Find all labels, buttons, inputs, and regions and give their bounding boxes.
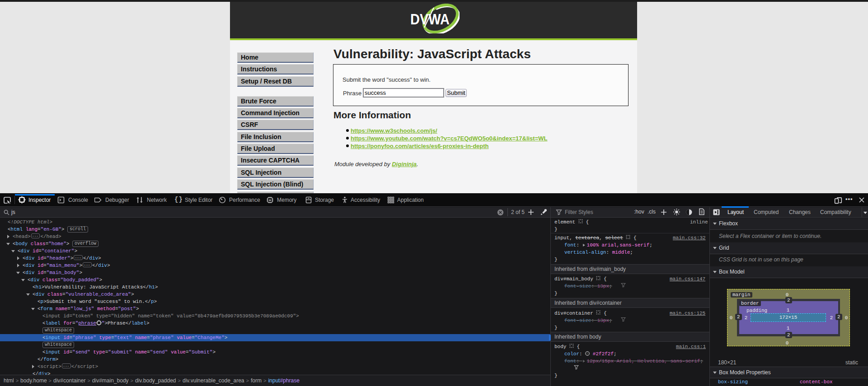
svg-text:DVWA: DVWA — [410, 10, 450, 28]
